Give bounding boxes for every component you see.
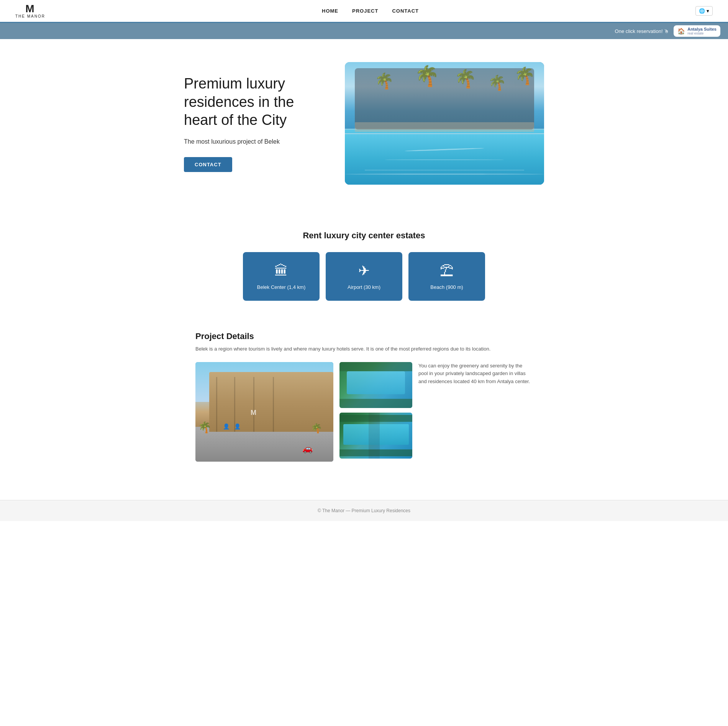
project-section: Project Details Belek is a region where … [0,316,728,485]
rent-heading: Rent luxury city center estates [207,231,521,241]
navbar: M THE MANOR HOME PROJECT CONTACT 🌐 ▾ [0,0,728,23]
project-images: M 🌴 🌴 🚗 👤 👤 [195,362,533,462]
card-belek-label: Belek Center (1,4 km) [257,284,305,290]
card-airport[interactable]: ✈ Airport (30 km) [326,252,402,301]
hero-subtitle: The most luxurious project of Belek [184,137,314,146]
footer-text: © The Manor — Premium Luxury Residences [318,508,410,513]
antalya-badge[interactable]: 🏠 Antalya Suites real estate [674,25,720,37]
nav-links: HOME PROJECT CONTACT [322,8,419,14]
card-airport-label: Airport (30 km) [348,284,380,290]
project-main-image: M 🌴 🌴 🚗 👤 👤 [195,362,333,462]
project-description: Belek is a region where tourism is livel… [195,345,533,353]
project-pool-description: You can enjoy the greenery and serenity … [418,362,533,386]
plane-icon: ✈ [358,263,370,279]
hero-section: Premium luxury residences in the heart o… [0,39,728,208]
dropdown-arrow-icon: ▾ [707,8,709,14]
card-beach[interactable]: ⛱ Beach (900 m) [408,252,485,301]
location-cards: 🏛 Belek Center (1,4 km) ✈ Airport (30 km… [207,252,521,301]
project-side-text: You can enjoy the greenery and serenity … [418,362,533,386]
hero-pool-image: 🌴 🌴 🌴 🌴 🌴 [345,62,544,185]
card-belek-center[interactable]: 🏛 Belek Center (1,4 km) [243,252,320,301]
badge-subtitle: real estate [687,31,717,35]
project-side-images [339,362,412,459]
rent-section: Rent luxury city center estates 🏛 Belek … [0,208,728,316]
logo-letter: M [25,3,35,14]
footer: © The Manor — Premium Luxury Residences [0,500,728,521]
house-icon: 🏠 [677,28,685,35]
project-heading: Project Details [195,331,533,341]
hero-image: 🌴 🌴 🌴 🌴 🌴 [345,62,544,185]
project-aerial-image-2 [339,413,412,459]
promo-bar: One click reservation! 🖱 🏠 Antalya Suite… [0,23,728,39]
promo-text: One click reservation! 🖱 [615,28,669,34]
hero-contact-button[interactable]: CONTACT [184,157,232,172]
site-logo[interactable]: M THE MANOR [15,3,45,18]
logo-subtitle: THE MANOR [15,14,45,18]
nav-project[interactable]: PROJECT [352,8,378,14]
nav-contact[interactable]: CONTACT [392,8,419,14]
nav-home[interactable]: HOME [322,8,338,14]
building-icon: 🏛 [274,263,288,279]
beach-icon: ⛱ [440,263,454,279]
project-aerial-image-1 [339,362,412,408]
globe-icon: 🌐 [699,8,705,14]
badge-title: Antalya Suites [687,27,717,31]
card-beach-label: Beach (900 m) [430,284,463,290]
language-selector[interactable]: 🌐 ▾ [695,6,713,16]
hero-title: Premium luxury residences in the heart o… [184,75,314,129]
nav-right: 🌐 ▾ [695,6,713,16]
hero-text: Premium luxury residences in the heart o… [184,75,314,172]
